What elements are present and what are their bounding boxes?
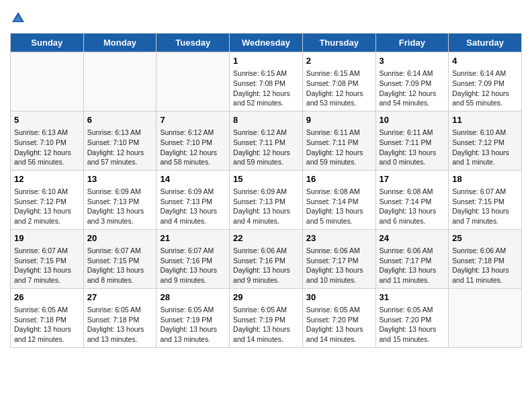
day-number: 28: [160, 291, 226, 304]
day-number: 25: [452, 232, 518, 244]
calendar-cell: 9Sunrise: 6:11 AM Sunset: 7:11 PM Daylig…: [302, 111, 375, 170]
day-info: Sunrise: 6:09 AM Sunset: 7:13 PM Dayligh…: [87, 187, 153, 226]
day-info: Sunrise: 6:09 AM Sunset: 7:13 PM Dayligh…: [233, 187, 299, 226]
day-info: Sunrise: 6:07 AM Sunset: 7:15 PM Dayligh…: [14, 246, 80, 285]
logo: [10, 10, 29, 26]
day-number: 23: [306, 232, 372, 244]
day-number: 15: [233, 173, 299, 185]
day-info: Sunrise: 6:15 AM Sunset: 7:08 PM Dayligh…: [233, 68, 299, 108]
day-info: Sunrise: 6:08 AM Sunset: 7:14 PM Dayligh…: [380, 187, 445, 226]
calendar-cell: 6Sunrise: 6:13 AM Sunset: 7:10 PM Daylig…: [83, 111, 157, 170]
day-number: 1: [233, 55, 299, 67]
day-number: 24: [380, 232, 445, 244]
calendar-cell: 23Sunrise: 6:06 AM Sunset: 7:17 PM Dayli…: [302, 229, 375, 288]
calendar-cell: 19Sunrise: 6:07 AM Sunset: 7:15 PM Dayli…: [11, 229, 84, 288]
day-info: Sunrise: 6:15 AM Sunset: 7:08 PM Dayligh…: [306, 68, 372, 108]
calendar-cell: [157, 52, 230, 111]
day-info: Sunrise: 6:05 AM Sunset: 7:18 PM Dayligh…: [14, 305, 80, 345]
day-info: Sunrise: 6:10 AM Sunset: 7:12 PM Dayligh…: [14, 187, 80, 226]
day-info: Sunrise: 6:05 AM Sunset: 7:20 PM Dayligh…: [380, 305, 445, 345]
day-info: Sunrise: 6:06 AM Sunset: 7:16 PM Dayligh…: [233, 246, 299, 285]
day-number: 18: [452, 173, 518, 185]
calendar-week-row: 5Sunrise: 6:13 AM Sunset: 7:10 PM Daylig…: [11, 111, 522, 170]
calendar-cell: 5Sunrise: 6:13 AM Sunset: 7:10 PM Daylig…: [11, 111, 84, 170]
day-info: Sunrise: 6:14 AM Sunset: 7:09 PM Dayligh…: [380, 68, 445, 108]
day-info: Sunrise: 6:08 AM Sunset: 7:14 PM Dayligh…: [306, 187, 372, 226]
day-number: 20: [87, 232, 153, 244]
day-info: Sunrise: 6:13 AM Sunset: 7:10 PM Dayligh…: [87, 128, 153, 167]
calendar-cell: 16Sunrise: 6:08 AM Sunset: 7:14 PM Dayli…: [302, 170, 375, 229]
day-info: Sunrise: 6:10 AM Sunset: 7:12 PM Dayligh…: [452, 128, 518, 167]
calendar-cell: 28Sunrise: 6:05 AM Sunset: 7:19 PM Dayli…: [157, 288, 230, 347]
weekday-header-tuesday: Tuesday: [157, 34, 230, 52]
day-info: Sunrise: 6:05 AM Sunset: 7:19 PM Dayligh…: [233, 305, 299, 345]
day-number: 9: [306, 114, 372, 126]
day-info: Sunrise: 6:06 AM Sunset: 7:18 PM Dayligh…: [452, 246, 518, 285]
calendar-cell: 14Sunrise: 6:09 AM Sunset: 7:13 PM Dayli…: [157, 170, 230, 229]
calendar-cell: 31Sunrise: 6:05 AM Sunset: 7:20 PM Dayli…: [375, 288, 449, 347]
weekday-header-wednesday: Wednesday: [230, 34, 303, 52]
day-info: Sunrise: 6:07 AM Sunset: 7:15 PM Dayligh…: [87, 246, 153, 285]
day-number: 17: [380, 173, 445, 185]
calendar-table: SundayMondayTuesdayWednesdayThursdayFrid…: [10, 33, 522, 348]
day-number: 22: [233, 232, 299, 244]
day-info: Sunrise: 6:06 AM Sunset: 7:17 PM Dayligh…: [306, 246, 372, 285]
day-number: 13: [87, 173, 153, 185]
calendar-week-row: 26Sunrise: 6:05 AM Sunset: 7:18 PM Dayli…: [11, 288, 522, 347]
weekday-header-sunday: Sunday: [11, 34, 84, 52]
day-number: 3: [380, 55, 445, 67]
day-number: 2: [306, 55, 372, 67]
day-info: Sunrise: 6:07 AM Sunset: 7:15 PM Dayligh…: [452, 187, 518, 226]
calendar-week-row: 1Sunrise: 6:15 AM Sunset: 7:08 PM Daylig…: [11, 52, 522, 111]
calendar-cell: 11Sunrise: 6:10 AM Sunset: 7:12 PM Dayli…: [449, 111, 522, 170]
day-info: Sunrise: 6:13 AM Sunset: 7:10 PM Dayligh…: [14, 128, 80, 167]
calendar-cell: 8Sunrise: 6:12 AM Sunset: 7:11 PM Daylig…: [230, 111, 303, 170]
page-header: [10, 10, 522, 26]
day-number: 26: [14, 291, 80, 304]
day-number: 4: [452, 55, 518, 67]
calendar-cell: 22Sunrise: 6:06 AM Sunset: 7:16 PM Dayli…: [230, 229, 303, 288]
weekday-header-saturday: Saturday: [449, 34, 522, 52]
weekday-header-friday: Friday: [375, 34, 449, 52]
calendar-cell: 21Sunrise: 6:07 AM Sunset: 7:16 PM Dayli…: [157, 229, 230, 288]
weekday-header-row: SundayMondayTuesdayWednesdayThursdayFrid…: [11, 34, 522, 52]
calendar-cell: 30Sunrise: 6:05 AM Sunset: 7:20 PM Dayli…: [302, 288, 375, 347]
day-number: 16: [306, 173, 372, 185]
day-number: 5: [14, 114, 80, 126]
calendar-cell: 7Sunrise: 6:12 AM Sunset: 7:10 PM Daylig…: [157, 111, 230, 170]
calendar-cell: 12Sunrise: 6:10 AM Sunset: 7:12 PM Dayli…: [11, 170, 84, 229]
day-info: Sunrise: 6:11 AM Sunset: 7:11 PM Dayligh…: [306, 128, 372, 167]
day-info: Sunrise: 6:12 AM Sunset: 7:11 PM Dayligh…: [233, 128, 299, 167]
day-number: 21: [160, 232, 226, 244]
calendar-cell: 25Sunrise: 6:06 AM Sunset: 7:18 PM Dayli…: [449, 229, 522, 288]
calendar-cell: 18Sunrise: 6:07 AM Sunset: 7:15 PM Dayli…: [449, 170, 522, 229]
calendar-cell: 15Sunrise: 6:09 AM Sunset: 7:13 PM Dayli…: [230, 170, 303, 229]
weekday-header-monday: Monday: [83, 34, 157, 52]
day-number: 31: [380, 291, 445, 304]
calendar-cell: [11, 52, 84, 111]
day-number: 19: [14, 232, 80, 244]
logo-icon: [10, 10, 26, 26]
day-info: Sunrise: 6:09 AM Sunset: 7:13 PM Dayligh…: [160, 187, 226, 226]
day-info: Sunrise: 6:07 AM Sunset: 7:16 PM Dayligh…: [160, 246, 226, 285]
day-info: Sunrise: 6:05 AM Sunset: 7:18 PM Dayligh…: [87, 305, 153, 345]
day-info: Sunrise: 6:14 AM Sunset: 7:09 PM Dayligh…: [452, 68, 518, 108]
calendar-week-row: 12Sunrise: 6:10 AM Sunset: 7:12 PM Dayli…: [11, 170, 522, 229]
calendar-cell: 3Sunrise: 6:14 AM Sunset: 7:09 PM Daylig…: [375, 52, 449, 111]
calendar-week-row: 19Sunrise: 6:07 AM Sunset: 7:15 PM Dayli…: [11, 229, 522, 288]
calendar-cell: 10Sunrise: 6:11 AM Sunset: 7:11 PM Dayli…: [375, 111, 449, 170]
calendar-cell: 2Sunrise: 6:15 AM Sunset: 7:08 PM Daylig…: [302, 52, 375, 111]
calendar-cell: 17Sunrise: 6:08 AM Sunset: 7:14 PM Dayli…: [375, 170, 449, 229]
day-number: 14: [160, 173, 226, 185]
day-info: Sunrise: 6:11 AM Sunset: 7:11 PM Dayligh…: [380, 128, 445, 167]
calendar-cell: 4Sunrise: 6:14 AM Sunset: 7:09 PM Daylig…: [449, 52, 522, 111]
calendar-cell: 26Sunrise: 6:05 AM Sunset: 7:18 PM Dayli…: [11, 288, 84, 347]
calendar-cell: [449, 288, 522, 347]
day-info: Sunrise: 6:12 AM Sunset: 7:10 PM Dayligh…: [160, 128, 226, 167]
day-number: 8: [233, 114, 299, 126]
day-number: 29: [233, 291, 299, 304]
calendar-cell: [83, 52, 157, 111]
day-info: Sunrise: 6:05 AM Sunset: 7:20 PM Dayligh…: [306, 305, 372, 345]
day-number: 12: [14, 173, 80, 185]
weekday-header-thursday: Thursday: [302, 34, 375, 52]
